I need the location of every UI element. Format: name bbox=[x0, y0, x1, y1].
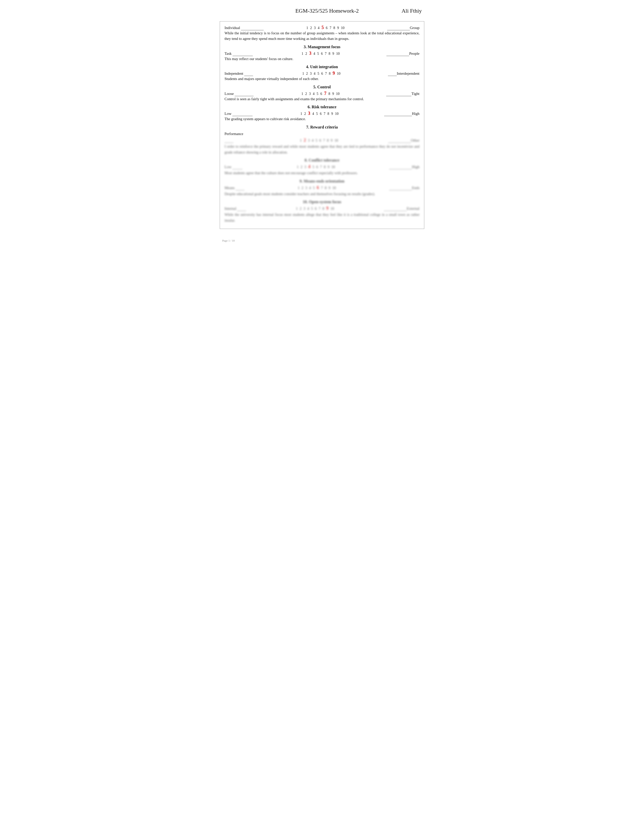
section4-scale: Independent 1 2 3 4 5 6 7 8 9 10 Interde… bbox=[224, 71, 420, 76]
section3-scale-right: People bbox=[386, 51, 420, 56]
blurred-scale-1: 1 2 3 4 5 6 7 8 9 10 Other bbox=[224, 138, 420, 143]
blurred-section10-heading: 10. Open-system focus bbox=[224, 199, 420, 204]
blurred-section9-heading: 9. Means-ends orientation bbox=[224, 179, 420, 183]
blurred-content: 1 2 3 4 5 6 7 8 9 10 Other I order to re… bbox=[224, 138, 420, 223]
section6-scale-left: Low bbox=[224, 112, 255, 116]
page-info: Page 1 / 10 bbox=[222, 239, 235, 242]
section5-scale-right: Tight bbox=[386, 92, 420, 96]
section3-text: This may reflect our students' focus on … bbox=[224, 56, 420, 61]
section6-scale-numbers: 1 2 3 4 5 6 7 8 9 10 bbox=[255, 111, 384, 116]
page-footer: Page 1 / 10 bbox=[220, 239, 424, 242]
blurred-text-3: Despite educational goals most students … bbox=[224, 191, 420, 197]
section7-heading: 7. Reward criteria bbox=[224, 125, 420, 130]
intro-scale-left: Individual bbox=[224, 26, 264, 30]
section7-scale-label: Performance bbox=[224, 131, 420, 137]
blurred-scale-4: Internal 1 2 3 4 5 6 7 8 9 10 External bbox=[224, 206, 420, 211]
intro-scale-row: Individual 1 2 3 4 5 6 7 8 9 10 Group bbox=[224, 25, 420, 30]
section3-scale-left: Task bbox=[224, 51, 255, 56]
blurred-scale-3: Means 1 2 3 4 5 6 7 8 9 10 Ends bbox=[224, 185, 420, 190]
section4-scale-numbers: 1 2 3 4 5 6 7 8 9 10 bbox=[255, 71, 388, 76]
blurred-text-4: While the university has internal focus … bbox=[224, 212, 420, 223]
blurred-text-2: Most students agree that the culture doe… bbox=[224, 170, 420, 176]
section4-scale-right: Interdependent bbox=[388, 71, 420, 76]
section5-scale: Loose 1 2 3 4 5 6 7 8 9 10 Tight bbox=[224, 91, 420, 96]
section6-scale: Low 1 2 3 4 5 6 7 8 9 10 High bbox=[224, 111, 420, 116]
section5-scale-numbers: 1 2 3 4 5 6 7 8 9 10 bbox=[255, 91, 386, 96]
content-box: Individual 1 2 3 4 5 6 7 8 9 10 Group Wh… bbox=[220, 21, 424, 229]
section4-heading: 4. Unit integration bbox=[224, 64, 420, 69]
page-header: EGM-325/525 Homework-2 Ali Fthiy bbox=[220, 8, 424, 14]
intro-scale-numbers: 1 2 3 4 5 6 7 8 9 10 bbox=[264, 25, 387, 30]
section6-scale-right: High bbox=[384, 112, 420, 116]
page-title: EGM-325/525 Homework-2 bbox=[253, 8, 402, 14]
section4-text: Students and majors operate virtually in… bbox=[224, 76, 420, 82]
intro-text: While the initial tendency is to focus o… bbox=[224, 30, 420, 42]
section5-scale-left: Loose bbox=[224, 92, 255, 96]
section5-text: Control is seen as fairly tight with ass… bbox=[224, 96, 420, 102]
section3-scale: Task 1 2 3 4 5 6 7 8 9 10 People bbox=[224, 51, 420, 56]
section3-heading: 3. Management focus bbox=[224, 45, 420, 49]
section3-scale-numbers: 1 2 3 4 5 6 7 8 9 10 bbox=[255, 51, 386, 56]
blurred-text-1: I order to reinforce the primary reward … bbox=[224, 144, 420, 155]
intro-scale-right: Group bbox=[387, 26, 420, 30]
section5-heading: 5. Control bbox=[224, 85, 420, 89]
section6-heading: 6. Risk tolerance bbox=[224, 105, 420, 109]
section6-text: The grading system appears to cultivate … bbox=[224, 116, 420, 122]
section4-scale-left: Independent bbox=[224, 71, 255, 76]
author-name: Ali Fthiy bbox=[402, 8, 422, 14]
blurred-section8-heading: 8. Conflict tolerance bbox=[224, 158, 420, 162]
blurred-scale-2: Low 1 2 3 4 5 6 7 8 9 10 High bbox=[224, 164, 420, 169]
